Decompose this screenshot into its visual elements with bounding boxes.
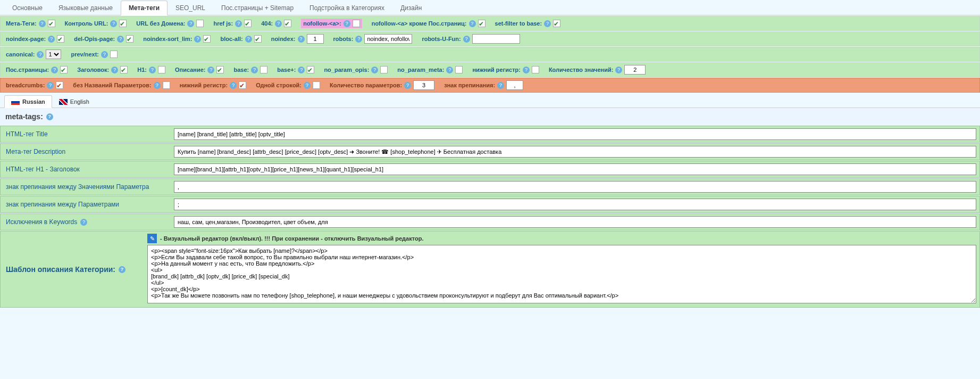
help-icon[interactable]: ?	[51, 67, 58, 73]
tab-lang-data[interactable]: Языковые данные	[51, 1, 121, 15]
meta-tags-checkbox[interactable]	[48, 20, 55, 27]
help-icon[interactable]: ?	[497, 82, 504, 89]
no-param-meta-checkbox[interactable]	[455, 66, 463, 73]
help-icon[interactable]: ?	[404, 82, 411, 89]
desc-template-textarea[interactable]	[147, 245, 976, 303]
desc-template-label-text: Шаблон описания Категории:	[6, 265, 115, 274]
lang-tab-russian[interactable]: Russian	[4, 95, 52, 108]
noindex-page-checkbox[interactable]	[57, 35, 64, 43]
h1-input[interactable]	[174, 163, 976, 175]
tab-design[interactable]: Дизайн	[392, 1, 430, 15]
robots-label: robots:	[333, 36, 354, 42]
desc-input[interactable]	[174, 146, 976, 158]
title-field-label: HTML-тег Title	[1, 126, 171, 142]
bloc-all-checkbox[interactable]	[254, 35, 262, 43]
help-icon[interactable]: ?	[46, 113, 53, 120]
excl-keywords-label: Исключения в Keywords?	[1, 214, 171, 230]
tab-seo-url[interactable]: SEO_URL	[167, 1, 213, 15]
count-values-input[interactable]	[624, 65, 646, 75]
url-no-domain-checkbox[interactable]	[196, 20, 204, 27]
header-checkbox[interactable]	[120, 66, 128, 73]
help-icon[interactable]: ?	[275, 20, 282, 27]
404-checkbox[interactable]	[284, 20, 291, 27]
lowercase-bc-checkbox[interactable]	[239, 81, 246, 89]
help-icon[interactable]: ?	[251, 67, 258, 73]
help-icon[interactable]: ?	[304, 82, 311, 89]
base-plus-checkbox[interactable]	[307, 66, 314, 73]
help-icon[interactable]: ?	[298, 36, 305, 43]
base-checkbox[interactable]	[260, 66, 267, 73]
set-filter-checkbox[interactable]	[553, 20, 560, 27]
punctuation-input[interactable]	[506, 80, 523, 90]
help-icon[interactable]: ?	[544, 20, 551, 27]
punct-params-input[interactable]	[174, 199, 976, 210]
lang-tab-english[interactable]: English	[52, 95, 96, 108]
title-input[interactable]	[174, 128, 976, 140]
noindex-input[interactable]	[307, 34, 324, 44]
help-icon[interactable]: ?	[344, 20, 350, 27]
nofollow-a-checkbox[interactable]	[353, 20, 360, 27]
href-js-checkbox[interactable]	[244, 20, 252, 27]
tab-categories[interactable]: Подстройка в Категориях	[301, 1, 392, 15]
help-icon[interactable]: ?	[615, 67, 622, 73]
help-icon[interactable]: ?	[523, 67, 530, 73]
no-param-names-checkbox[interactable]	[163, 81, 170, 89]
help-icon[interactable]: ?	[39, 20, 46, 27]
control-url-checkbox[interactable]	[119, 20, 127, 27]
punct-values-label: знак препинания между Значениями Парамет…	[1, 179, 171, 195]
noindex-page-label: noindex-page:	[6, 36, 46, 42]
help-icon[interactable]: ?	[446, 67, 453, 73]
help-icon[interactable]: ?	[355, 36, 362, 43]
help-icon[interactable]: ?	[47, 82, 54, 89]
one-line-checkbox[interactable]	[313, 81, 320, 89]
help-icon[interactable]: ?	[245, 36, 252, 43]
help-icon[interactable]: ?	[194, 36, 201, 43]
help-icon[interactable]: ?	[110, 20, 117, 27]
nofollow-a-label: nofollow-<a>:	[303, 20, 341, 27]
tab-pos-pages[interactable]: Пос.страницы + Sitemap	[213, 1, 301, 15]
noindex-sort-checkbox[interactable]	[203, 35, 211, 43]
help-icon[interactable]: ?	[149, 67, 156, 73]
count-values-label: Количество значений:	[549, 67, 613, 73]
del-opis-checkbox[interactable]	[126, 35, 133, 43]
help-icon[interactable]: ?	[187, 20, 194, 27]
help-icon[interactable]: ?	[117, 36, 124, 43]
count-params-label: Количество параметров:	[330, 82, 402, 88]
help-icon[interactable]: ?	[207, 67, 214, 73]
tab-main[interactable]: Основные	[4, 1, 51, 15]
robots-u-fun-input[interactable]	[472, 34, 520, 44]
help-icon[interactable]: ?	[111, 67, 118, 73]
options-row-2: noindex-page:? del-Opis-page:? noindex-s…	[0, 31, 980, 46]
h1-checkbox[interactable]	[158, 66, 165, 73]
help-icon[interactable]: ?	[371, 67, 378, 73]
count-params-input[interactable]	[413, 80, 434, 90]
description-checkbox[interactable]	[216, 66, 224, 73]
section-meta-tags: meta-tags:?	[0, 108, 980, 125]
help-icon[interactable]: ?	[119, 266, 125, 273]
prevnext-checkbox[interactable]	[110, 51, 118, 58]
help-icon[interactable]: ?	[230, 82, 237, 89]
help-icon[interactable]: ?	[469, 20, 476, 27]
editor-toggle-button[interactable]: ✎	[147, 234, 157, 243]
pos-pages-checkbox[interactable]	[60, 66, 68, 73]
section-meta-label: meta-tags:	[5, 112, 43, 121]
no-param-opis-checkbox[interactable]	[380, 66, 388, 73]
help-icon[interactable]: ?	[463, 36, 470, 43]
help-icon[interactable]: ?	[48, 36, 55, 43]
no-param-meta-label: no_param_meta:	[397, 67, 444, 73]
tab-meta-tags[interactable]: Мета-теги	[121, 1, 167, 15]
nofollow-a-except-checkbox[interactable]	[478, 20, 485, 27]
del-opis-label: del-Opis-page:	[74, 36, 115, 42]
lowercase-checkbox[interactable]	[532, 66, 539, 73]
excl-keywords-input[interactable]	[174, 216, 976, 228]
punct-values-input[interactable]	[174, 181, 976, 193]
help-icon[interactable]: ?	[235, 20, 242, 27]
help-icon[interactable]: ?	[101, 51, 108, 58]
robots-input[interactable]	[364, 34, 412, 44]
breadcrumbs-checkbox[interactable]	[56, 81, 63, 89]
help-icon[interactable]: ?	[37, 51, 44, 58]
canonical-select[interactable]: 1	[46, 50, 61, 59]
help-icon[interactable]: ?	[154, 82, 161, 89]
help-icon[interactable]: ?	[80, 219, 87, 226]
help-icon[interactable]: ?	[298, 67, 305, 73]
